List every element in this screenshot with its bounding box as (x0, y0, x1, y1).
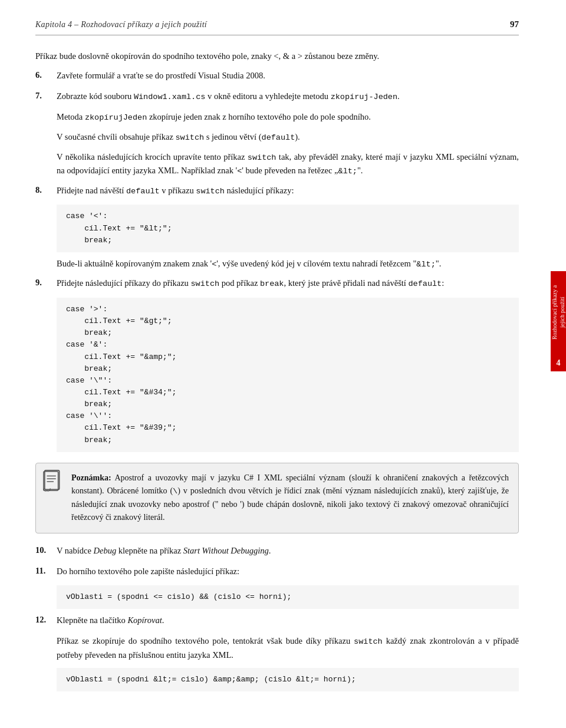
note-icon (42, 469, 64, 494)
switch-keyword: switch (175, 133, 204, 142)
sidebar-tab: Rozhodovací příkazy a jejich použití (551, 271, 566, 354)
break-keyword: break (260, 279, 284, 288)
method-name: zkopírujJeden (85, 113, 147, 122)
sidebar-number: 4 (557, 357, 561, 369)
step-8-number: 8. (35, 184, 57, 197)
start-without-debugging: Start Without Debugging (183, 546, 269, 555)
step-7-content: Zobrazte kód souboru Window1.xaml.cs v o… (57, 90, 400, 104)
step-7: 7. Zobrazte kód souboru Window1.xaml.cs … (35, 90, 519, 104)
default-keyword: default (262, 133, 295, 142)
xml-text: V několika následujících krocích upravít… (57, 150, 519, 178)
step-9-number: 9. (35, 276, 57, 289)
sidebar-label: Rozhodovací příkazy a jejich použití (551, 279, 566, 345)
debug-menu: Debug (94, 546, 117, 555)
step-12: 12. Klepněte na tlačítko Kopírovat. (35, 614, 519, 627)
step8-code2: switch (196, 187, 225, 196)
step-11-content: Do horního textového pole zapište násled… (57, 565, 239, 578)
note-box: Poznámka: Apostrof a uvozovky mají v jaz… (35, 463, 519, 533)
intro-paragraph: Příkaz bude doslovně okopírován do spodn… (35, 50, 519, 63)
step-12-desc: Příkaz se zkopíruje do spodního textovéh… (57, 634, 519, 662)
switch-keyword3: switch (191, 279, 220, 288)
method-text: Metoda zkopírujJeden zkopíruje jeden zna… (57, 110, 519, 124)
page-container: Kapitola 4 – Rozhodovací příkazy a jejic… (0, 0, 566, 714)
header-title: Kapitola 4 – Rozhodovací příkazy a jejic… (35, 18, 207, 31)
switch-text: V současné chvíli obsahuje příkaz switch… (57, 130, 519, 144)
switch-keyword2: switch (248, 153, 277, 162)
bude-li-text: Bude-li aktuálně kopírovaným znakem znak… (57, 257, 519, 271)
step-7-number: 7. (35, 90, 57, 103)
switch-keyword4: switch (354, 637, 383, 646)
step-6-content: Zavřete formulář a vraťte se do prostřed… (57, 69, 265, 83)
step-11: 11. Do horního textového pole zapište ná… (35, 565, 519, 578)
header-page: 97 (510, 18, 519, 31)
step-11-number: 11. (35, 565, 57, 578)
sidebar-tab-number: 4 (551, 354, 566, 371)
step-10-number: 10. (35, 544, 57, 557)
step8-code1: default (126, 187, 160, 196)
page-header: Kapitola 4 – Rozhodovací příkazy a jejic… (35, 18, 519, 35)
svg-rect-0 (45, 470, 60, 489)
step-9: 9. Přidejte následující příkazy do příka… (35, 276, 519, 291)
note-label: Poznámka: (71, 473, 111, 482)
step-8-content: Přidejte nad návěští default v příkazu s… (57, 184, 294, 198)
step-10-content: V nabídce Debug klepněte na příkaz Start… (57, 544, 271, 558)
step-6: 6. Zavřete formulář a vraťte se do prost… (35, 69, 519, 83)
step-12-content: Klepněte na tlačítko Kopírovat. (57, 614, 164, 627)
step-8: 8. Přidejte nad návěští default v příkaz… (35, 184, 519, 198)
step-9-content: Přidejte následující příkazy do příkazu … (57, 276, 444, 291)
step-12-number: 12. (35, 614, 57, 627)
step-7-code1: Window1.xaml.cs (134, 93, 206, 101)
default-keyword2: default (408, 279, 442, 288)
step-10: 10. V nabídce Debug klepněte na příkaz S… (35, 544, 519, 558)
code-block-2: case '>': cíl.Text += "&gt;"; break; cas… (57, 298, 519, 452)
code-block-3: vOblasti = (spodni <= cislo) && (cislo <… (57, 585, 519, 609)
code-block-1: case '<': cíl.Text += "&lt;"; break; (57, 205, 519, 252)
svg-rect-1 (44, 472, 58, 490)
code-block-4: vOblasti = (spodni &lt;= cislo) &amp;&am… (57, 668, 519, 691)
step-6-number: 6. (35, 69, 57, 82)
note-text: Apostrof a uvozovky mají v jazyku C# I X… (71, 473, 509, 522)
kopirovat-button-label: Kopírovat (127, 615, 162, 625)
step-7-code2: zkopíruj-Jeden (331, 93, 397, 101)
